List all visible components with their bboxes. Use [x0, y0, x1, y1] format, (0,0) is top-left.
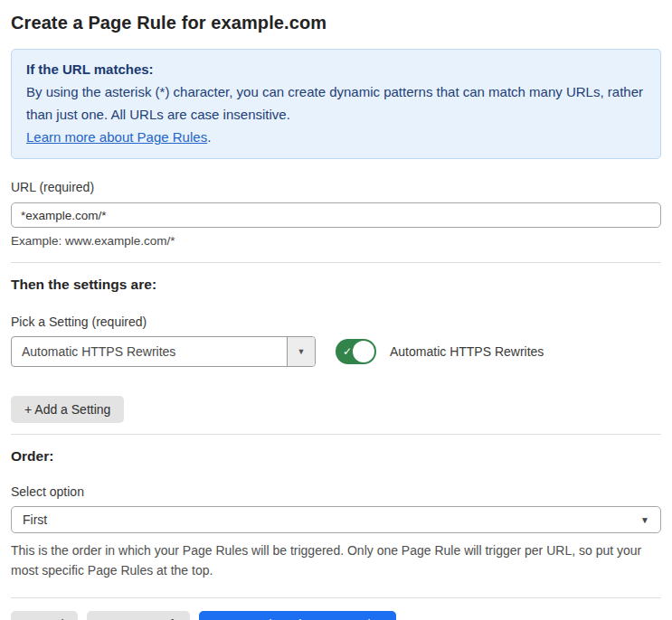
setting-select[interactable]: Automatic HTTPS Rewrites ▼ [11, 336, 316, 367]
info-box-body-text: By using the asterisk (*) character, you… [26, 84, 643, 122]
learn-more-link[interactable]: Learn more about Page Rules [26, 129, 207, 145]
pick-setting-label: Pick a Setting (required) [11, 315, 661, 329]
order-section-heading: Order: [11, 448, 661, 465]
info-box-body: By using the asterisk (*) character, you… [26, 80, 646, 126]
divider [11, 597, 661, 598]
url-example-text: Example: www.example.com/* [11, 234, 661, 248]
footer-actions: Cancel Save as Draft Save and Deploy Pag… [11, 611, 661, 620]
automatic-https-rewrites-toggle[interactable]: ✓ [336, 339, 376, 364]
setting-row: Automatic HTTPS Rewrites ▼ ✓ Automatic H… [11, 336, 661, 367]
toggle-label: Automatic HTTPS Rewrites [390, 344, 544, 359]
order-select-value: First [23, 512, 640, 527]
chevron-down-icon: ▼ [640, 515, 649, 525]
order-select-label: Select option [11, 484, 661, 499]
setting-select-dropdown-button[interactable]: ▼ [287, 337, 315, 366]
divider [11, 262, 661, 263]
url-matches-info-box: If the URL matches: By using the asteris… [11, 49, 661, 159]
chevron-down-icon: ▼ [298, 347, 306, 356]
link-suffix: . [207, 129, 211, 145]
setting-select-value: Automatic HTTPS Rewrites [12, 337, 287, 366]
url-input[interactable] [11, 202, 661, 228]
page-title: Create a Page Rule for example.com [11, 13, 661, 33]
order-select[interactable]: First ▼ [11, 506, 661, 533]
info-box-link-line: Learn more about Page Rules. [26, 126, 646, 148]
order-help-text: This is the order in which your Page Rul… [11, 540, 661, 580]
cancel-button[interactable]: Cancel [11, 611, 78, 620]
toggle-knob [353, 341, 374, 362]
check-icon: ✓ [343, 344, 352, 359]
url-field-label: URL (required) [11, 180, 661, 194]
save-as-draft-button[interactable]: Save as Draft [87, 611, 191, 620]
save-and-deploy-button[interactable]: Save and Deploy Page Rule [199, 611, 396, 620]
add-setting-button[interactable]: + Add a Setting [11, 396, 124, 423]
divider [11, 434, 661, 435]
create-page-rule-panel: Create a Page Rule for example.com If th… [0, 13, 672, 620]
settings-section-heading: Then the settings are: [11, 277, 661, 293]
info-box-heading: If the URL matches: [26, 58, 646, 80]
